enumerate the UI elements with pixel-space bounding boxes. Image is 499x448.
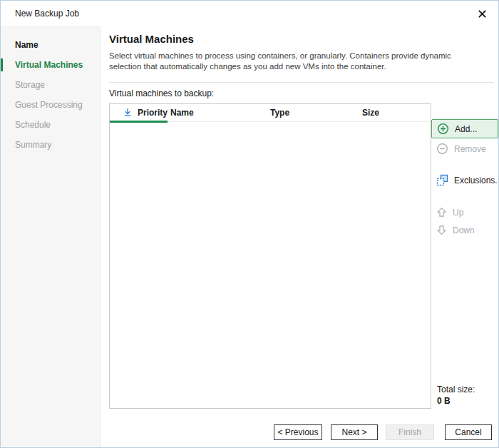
move-up-button[interactable]: Up [431, 203, 468, 222]
sidebar-item-guest-processing[interactable]: Guest Processing [1, 95, 100, 115]
column-label-size: Size [362, 108, 379, 118]
sidebar-item-name[interactable]: Name [1, 35, 100, 55]
title-bar: New Backup Job [1, 1, 498, 26]
new-backup-job-dialog: New Backup Job Name Virtual Machines Sto… [0, 0, 499, 448]
add-button[interactable]: Add... [431, 119, 498, 138]
column-label-priority: Priority [138, 108, 168, 118]
window-title: New Backup Job [15, 9, 79, 19]
step-label: Name [15, 40, 38, 50]
sort-descending-icon [123, 108, 133, 118]
step-label: Guest Processing [15, 100, 83, 110]
step-label: Virtual Machines [15, 60, 83, 70]
sidebar-item-virtual-machines[interactable]: Virtual Machines [1, 55, 100, 75]
step-label: Storage [15, 80, 45, 90]
main-panel: Virtual Machines Select virtual machines… [101, 26, 498, 448]
sidebar-item-storage[interactable]: Storage [1, 75, 100, 95]
up-arrow-icon [436, 207, 447, 218]
remove-button-label: Remove [454, 144, 486, 154]
column-label-name: Name [170, 108, 194, 118]
exclusions-button[interactable]: Exclusions... [431, 170, 499, 190]
page-description: Select virtual machines to process using… [109, 51, 483, 72]
vm-list-label: Virtual machines to backup: [109, 88, 214, 98]
sidebar-item-summary[interactable]: Summary [1, 135, 100, 155]
next-button[interactable]: Next > [331, 424, 378, 440]
column-header-priority[interactable]: Priority [110, 104, 168, 121]
step-label: Summary [15, 140, 51, 150]
column-header-type[interactable]: Type [267, 104, 359, 121]
remove-button[interactable]: Remove [431, 139, 491, 158]
exclusions-icon [436, 174, 448, 186]
up-button-label: Up [453, 208, 463, 218]
previous-button[interactable]: < Previous [274, 424, 322, 440]
column-header-name[interactable]: Name [168, 104, 267, 121]
total-size-value: 0 B [437, 396, 451, 406]
total-size-label: Total size: [437, 385, 475, 394]
sidebar-item-schedule[interactable]: Schedule [1, 115, 100, 135]
exclusions-button-label: Exclusions... [454, 175, 499, 185]
active-step-indicator [1, 58, 3, 71]
section-divider [109, 82, 494, 83]
down-button-label: Down [453, 225, 475, 235]
add-plus-icon [437, 123, 449, 135]
column-header-size[interactable]: Size [359, 104, 431, 121]
remove-minus-icon [436, 143, 448, 155]
column-label-type: Type [270, 108, 289, 118]
vm-table-header: Priority Name Type Size [110, 104, 431, 122]
sorted-column-indicator [110, 121, 168, 123]
step-label: Schedule [15, 120, 51, 130]
page-title: Virtual Machines [109, 33, 194, 45]
cancel-button[interactable]: Cancel [445, 424, 492, 440]
wizard-steps-sidebar: Name Virtual Machines Storage Guest Proc… [1, 26, 101, 448]
close-icon[interactable] [474, 6, 490, 21]
add-button-label: Add... [455, 124, 477, 134]
vm-table: Priority Name Type Size [109, 103, 431, 409]
vm-table-body-empty [110, 122, 431, 407]
down-arrow-icon [436, 225, 447, 235]
finish-button[interactable]: Finish [386, 424, 434, 440]
move-down-button[interactable]: Down [431, 220, 480, 240]
